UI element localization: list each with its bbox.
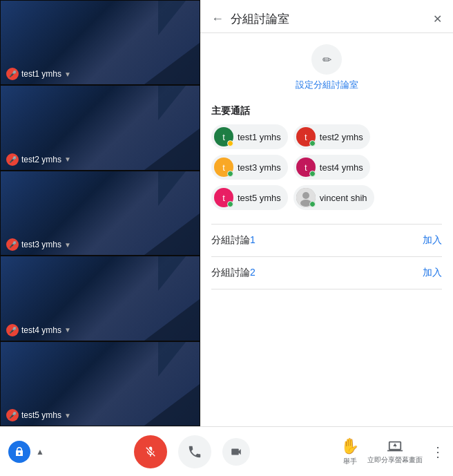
chevron-up-button[interactable]: ▲: [36, 447, 44, 457]
status-dot-1: [227, 140, 233, 146]
participant-name-1: 🎤 test1 ymhs ▼: [6, 68, 71, 80]
video-tile-5: 🎤 test5 ymhs ▼: [0, 341, 200, 426]
mute-icon-2: 🎤: [6, 153, 19, 166]
end-call-button[interactable]: [178, 435, 211, 468]
share-screen-icon: [387, 439, 403, 454]
join-button-2[interactable]: 加入: [423, 267, 442, 279]
video-tile-4: 🎤 test4 ymhs ▼: [0, 256, 200, 341]
avatar-wrapper-2: t: [296, 127, 316, 146]
mute-icon-5: 🎤: [6, 409, 19, 421]
mute-icon-3: 🎤: [6, 238, 19, 251]
video-grid: 🎤 test1 ymhs ▼ 🎤 test2 ymhs ▼: [0, 0, 200, 426]
security-button[interactable]: [8, 441, 30, 463]
toolbar: ▲ ✋ 舉手 立即分享螢幕畫面 ⋮: [0, 426, 453, 476]
chip-name-4: test4 ymhs: [320, 162, 363, 173]
avatar-wrapper-1: t: [214, 127, 233, 146]
raise-hand-icon: ✋: [340, 437, 359, 455]
avatar-wrapper-5: t: [214, 188, 233, 207]
panel-title: 分組討論室: [231, 11, 433, 27]
participant-chip-1[interactable]: t test1 ymhs: [211, 124, 288, 149]
raise-hand-label: 舉手: [343, 457, 357, 466]
main-call-title: 主要通話: [211, 105, 442, 117]
lock-icon: [14, 446, 25, 457]
chevron-3: ▼: [64, 241, 71, 249]
share-screen-label: 立即分享螢幕畫面: [367, 455, 423, 465]
chevron-2: ▼: [64, 155, 71, 163]
toolbar-center: [44, 435, 340, 468]
breakout-name-2: 分組討論2: [211, 267, 256, 279]
setup-label[interactable]: 設定分組討論室: [296, 79, 358, 91]
close-button[interactable]: ✕: [433, 12, 442, 26]
breakout-room-2: 分組討論2 加入: [211, 256, 442, 289]
participant-chip-4[interactable]: t test4 ymhs: [293, 155, 370, 180]
breakout-room-1: 分組討論1 加入: [211, 224, 442, 256]
mute-button[interactable]: [134, 435, 167, 468]
chip-name-6: vincent shih: [320, 193, 367, 203]
avatar-wrapper-4: t: [296, 158, 316, 177]
participant-chip-2[interactable]: t test2 ymhs: [293, 124, 370, 149]
status-dot-6: [309, 201, 316, 207]
chevron-4: ▼: [64, 326, 71, 334]
setup-pencil-button[interactable]: ✏: [311, 44, 342, 75]
participant-name-5: 🎤 test5 ymhs ▼: [6, 409, 71, 421]
toolbar-right: ✋ 舉手 立即分享螢幕畫面 ⋮: [340, 437, 445, 466]
back-button[interactable]: ←: [211, 12, 224, 26]
chip-name-1: test1 ymhs: [238, 132, 281, 142]
chip-name-3: test3 ymhs: [238, 162, 281, 173]
participant-name-3: 🎤 test3 ymhs ▼: [6, 238, 71, 251]
participant-name-2: 🎤 test2 ymhs ▼: [6, 153, 71, 166]
raise-hand-action[interactable]: ✋ 舉手: [340, 437, 359, 466]
avatar-wrapper-3: t: [214, 158, 233, 177]
participant-chip-3[interactable]: t test3 ymhs: [211, 155, 288, 180]
video-tile-2: 🎤 test2 ymhs ▼: [0, 85, 200, 170]
chevron-1: ▼: [64, 70, 71, 78]
setup-section: ✏ 設定分組討論室: [211, 44, 442, 91]
participant-chip-5[interactable]: t test5 ymhs: [211, 185, 288, 210]
share-screen-action[interactable]: 立即分享螢幕畫面: [367, 439, 423, 465]
chevron-5: ▼: [64, 412, 71, 419]
avatar-grid: t test1 ymhs t test2 ymhs t: [211, 124, 442, 210]
camera-icon: [230, 446, 242, 458]
status-dot-3: [227, 171, 233, 177]
camera-button[interactable]: [222, 438, 250, 466]
status-dot-5: [227, 201, 233, 207]
mute-icon-1: 🎤: [6, 68, 19, 80]
chip-name-5: test5 ymhs: [238, 193, 281, 203]
panel-header: ← 分組討論室 ✕: [200, 0, 453, 33]
participant-chip-6[interactable]: vincent shih: [293, 185, 374, 210]
status-dot-2: [309, 140, 316, 146]
participant-name-4: 🎤 test4 ymhs ▼: [6, 324, 71, 336]
status-dot-4: [309, 171, 316, 177]
join-button-1[interactable]: 加入: [423, 234, 442, 247]
avatar-wrapper-6: [296, 188, 316, 207]
mute-icon-4: 🎤: [6, 324, 19, 336]
breakout-name-1: 分組討論1: [211, 234, 256, 247]
panel-body: ✏ 設定分組討論室 主要通話 t test1 ymhs: [200, 33, 453, 426]
video-tile-1: 🎤 test1 ymhs ▼: [0, 0, 200, 85]
svg-point-16: [302, 192, 309, 199]
more-options-button[interactable]: ⋮: [431, 444, 445, 460]
right-panel: ← 分組討論室 ✕ ✏ 設定分組討論室 主要通話 t: [200, 0, 453, 426]
toolbar-left: ▲: [8, 441, 44, 463]
mic-off-icon: [144, 446, 157, 458]
end-call-icon: [187, 444, 202, 459]
video-tile-3: 🎤 test3 ymhs ▼: [0, 171, 200, 256]
chip-name-2: test2 ymhs: [320, 132, 363, 142]
main-container: 🎤 test1 ymhs ▼ 🎤 test2 ymhs ▼: [0, 0, 453, 426]
pencil-icon: ✏: [322, 53, 331, 66]
